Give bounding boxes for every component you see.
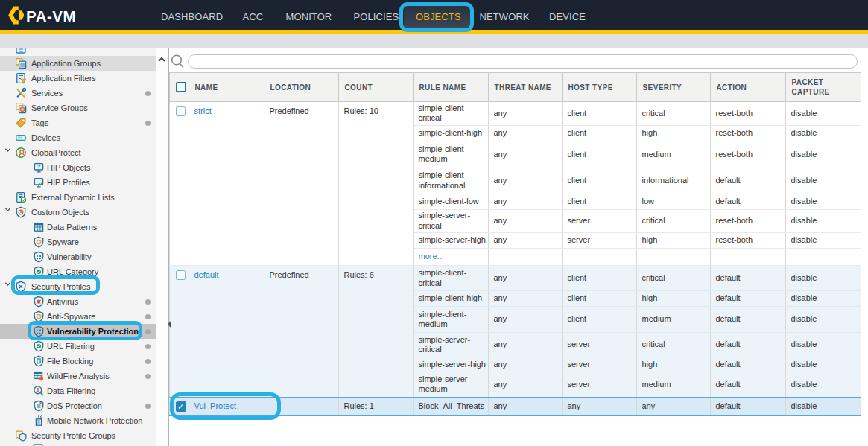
svg-text:?: ? (37, 163, 41, 170)
